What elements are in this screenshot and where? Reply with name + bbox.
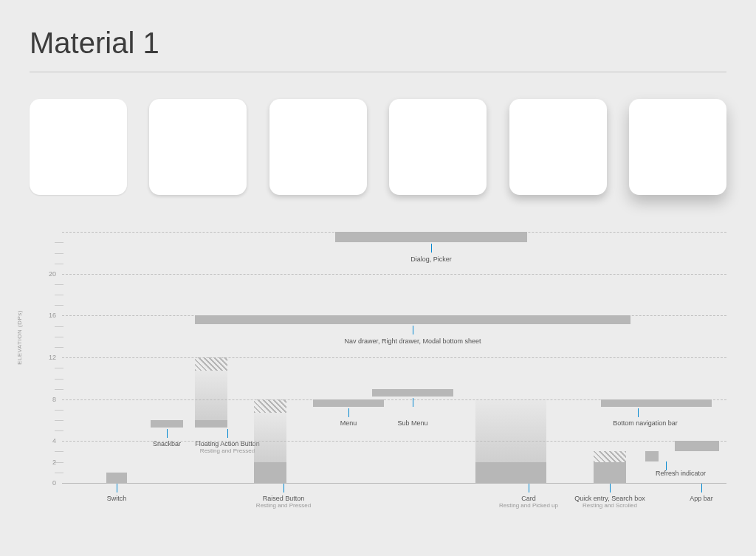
bar-dialog <box>335 232 527 242</box>
bar-appbar <box>675 441 719 451</box>
bar-quick-rest <box>594 462 626 483</box>
label-menu: Menu <box>340 419 357 427</box>
bar-card-rest <box>475 462 546 483</box>
label-refresh: Refresh indicator <box>656 470 706 477</box>
tick-icon <box>413 326 413 334</box>
label-raised: Raised ButtonResting and Pressed <box>256 495 311 509</box>
elevation-card <box>389 99 487 195</box>
label-card: CardResting and Picked up <box>499 495 558 509</box>
label-appbar: App bar <box>690 495 713 502</box>
elevation-cards-row <box>30 99 726 195</box>
elevation-card <box>269 99 367 195</box>
page-title: Material 1 <box>30 27 726 60</box>
elevation-card <box>149 99 247 195</box>
label-bottomnav: Bottom navigation bar <box>613 419 678 427</box>
divider <box>30 72 726 72</box>
elevation-card <box>30 99 127 195</box>
bar-quick-scrolled <box>594 451 626 462</box>
bar-raised-range <box>254 413 286 462</box>
bar-fab-range <box>195 371 227 420</box>
tick-icon <box>431 244 432 253</box>
y-tick-label: 20 <box>49 270 56 278</box>
bar-fab-rest <box>195 420 227 428</box>
tick-icon <box>701 484 702 492</box>
y-tick-label: 8 <box>52 396 56 403</box>
tick-icon <box>284 484 284 492</box>
label-navdrawer: Nav drawer, Right drawer, Modal bottom s… <box>344 337 481 345</box>
bar-fab-pressed <box>195 357 227 371</box>
label-submenu: Sub Menu <box>397 419 427 427</box>
y-tick-label: 2 <box>52 459 56 466</box>
tick-icon <box>413 398 413 407</box>
tick-icon <box>117 484 117 492</box>
baseline <box>62 483 726 484</box>
y-axis-title: ELEVATION (DPs) <box>16 310 23 365</box>
bar-bottomnav <box>601 399 712 407</box>
bar-raised-rest <box>254 462 286 483</box>
elevation-card <box>629 99 726 195</box>
tick-icon <box>167 429 168 438</box>
bar-navdrawer <box>195 315 630 324</box>
bar-card-range <box>475 399 546 462</box>
y-tick-label: 0 <box>52 479 56 487</box>
label-fab: Floating Action ButtonResting and Presse… <box>195 440 260 454</box>
tick-icon <box>638 408 639 417</box>
elevation-chart: ELEVATION (DPs) <box>30 232 726 512</box>
y-tick-label: 4 <box>52 437 56 445</box>
label-switch: Switch <box>107 495 127 502</box>
bar-raised-pressed <box>254 399 286 413</box>
bar-snackbar <box>151 420 183 428</box>
tick-icon <box>348 408 349 417</box>
bar-submenu <box>372 389 453 397</box>
y-tick-label: 12 <box>49 354 56 361</box>
elevation-card <box>509 99 607 195</box>
plot-area: 0 2 4 8 12 16 20 Dialog, Picker Nav draw… <box>62 232 726 483</box>
bar-refresh <box>645 451 659 461</box>
label-dialog: Dialog, Picker <box>410 255 452 263</box>
tick-icon <box>227 429 228 438</box>
y-tick-label: 16 <box>49 312 56 319</box>
label-snackbar: Snackbar <box>153 440 181 447</box>
tick-icon <box>610 484 611 492</box>
bar-menu <box>313 399 384 407</box>
bar-switch <box>106 473 127 483</box>
label-quick: Quick entry, Search boxResting and Scrol… <box>574 495 645 509</box>
tick-icon <box>529 484 529 492</box>
